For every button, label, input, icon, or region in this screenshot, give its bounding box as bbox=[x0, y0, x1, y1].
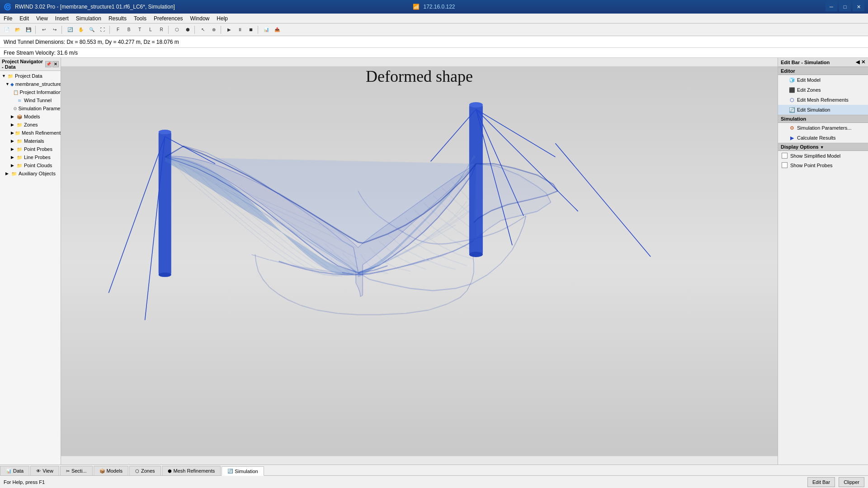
tb-solid[interactable]: ⬢ bbox=[183, 25, 193, 35]
tb-pan[interactable]: ✋ bbox=[76, 25, 86, 35]
menu-results[interactable]: Results bbox=[105, 14, 130, 23]
tb-top[interactable]: T bbox=[135, 25, 145, 35]
tree-zones[interactable]: ▶ 📁 Zones bbox=[0, 121, 61, 129]
tb-front[interactable]: F bbox=[113, 25, 123, 35]
tree-mesh[interactable]: ▶ 📁 Mesh Refinements bbox=[0, 129, 61, 137]
scene-svg bbox=[61, 58, 778, 465]
tb-fit[interactable]: ⛶ bbox=[98, 25, 108, 35]
show-simplified-model-item[interactable]: Show Simplified Model bbox=[778, 151, 868, 160]
tree-membrane[interactable]: ▼ ◆ membrane_structure1 bbox=[0, 80, 61, 88]
tree-project-info[interactable]: 📋 Project Information bbox=[0, 88, 61, 96]
tree-wind-tunnel[interactable]: ≋ Wind Tunnel bbox=[0, 96, 61, 104]
show-point-probes-item[interactable]: Show Point Probes bbox=[778, 160, 868, 170]
menu-tools[interactable]: Tools bbox=[130, 14, 150, 23]
tab-zones[interactable]: ⬡ Zones bbox=[129, 466, 161, 475]
tb-results[interactable]: 📊 bbox=[261, 25, 271, 35]
tree-line-probes[interactable]: ▶ 📁 Line Probes bbox=[0, 153, 61, 161]
window-controls: ─ □ ✕ bbox=[826, 2, 864, 11]
tree-project-data[interactable]: ▼ 📁 Project Data bbox=[0, 72, 61, 80]
menu-file[interactable]: File bbox=[0, 14, 16, 23]
tree-materials[interactable]: ▶ 📁 Materials bbox=[0, 137, 61, 145]
menu-simulation[interactable]: Simulation bbox=[72, 14, 105, 23]
label-auxiliary: Auxiliary Objects bbox=[19, 171, 56, 176]
clipper-button[interactable]: Clipper bbox=[839, 477, 864, 487]
icon-project-data: 📁 bbox=[7, 73, 14, 79]
label-zones: Zones bbox=[24, 122, 38, 127]
tb-sim2[interactable]: ⏸ bbox=[235, 25, 245, 35]
tb-export[interactable]: 📤 bbox=[272, 25, 282, 35]
panel-close[interactable]: ✕ bbox=[52, 61, 59, 67]
tb-redo[interactable]: ↪ bbox=[50, 25, 60, 35]
tb-sep-1 bbox=[35, 26, 37, 34]
label-wind-tunnel: Wind Tunnel bbox=[24, 98, 52, 103]
sim-params-icon: ⚙ bbox=[789, 125, 795, 131]
icon-models: 📦 bbox=[16, 113, 23, 120]
tab-view-icon: 👁 bbox=[36, 469, 41, 474]
tb-rotate[interactable]: 🔄 bbox=[65, 25, 75, 35]
arrow-line-probes: ▶ bbox=[11, 155, 15, 160]
menu-preferences[interactable]: Preferences bbox=[150, 14, 187, 23]
tab-simulation[interactable]: 🔄 Simulation bbox=[222, 466, 264, 476]
tb-back[interactable]: B bbox=[124, 25, 134, 35]
display-options-arrow: ▼ bbox=[820, 145, 824, 150]
tb-zoom[interactable]: 🔍 bbox=[87, 25, 97, 35]
edit-bar-button[interactable]: Edit Bar bbox=[807, 477, 835, 487]
tb-right[interactable]: R bbox=[156, 25, 166, 35]
tb-sep-3 bbox=[109, 26, 111, 34]
tab-mesh-refinements[interactable]: ⬢ Mesh Refinements bbox=[162, 466, 221, 475]
edit-mesh-item[interactable]: ⬡ Edit Mesh Refinements bbox=[778, 95, 868, 105]
menu-window[interactable]: Window bbox=[187, 14, 213, 23]
tb-undo[interactable]: ↩ bbox=[39, 25, 49, 35]
edit-zones-icon: ⬛ bbox=[789, 87, 795, 93]
svg-point-6 bbox=[469, 252, 483, 257]
edit-zones-item[interactable]: ⬛ Edit Zones bbox=[778, 85, 868, 95]
tb-sim1[interactable]: ▶ bbox=[224, 25, 234, 35]
maximize-button[interactable]: □ bbox=[839, 2, 851, 11]
tb-sep-7 bbox=[258, 26, 259, 34]
show-simplified-model-checkbox[interactable] bbox=[782, 153, 788, 159]
tree-models[interactable]: ▶ 📦 Models bbox=[0, 113, 61, 121]
svg-point-2 bbox=[159, 130, 171, 134]
viewport[interactable]: Deformed shape bbox=[61, 58, 778, 465]
edit-model-item[interactable]: 🧊 Edit Model bbox=[778, 75, 868, 85]
tb-new[interactable]: 📄 bbox=[2, 25, 12, 35]
edit-simulation-item[interactable]: 🔄 Edit Simulation bbox=[778, 105, 868, 115]
right-panel-close[interactable]: ✕ bbox=[861, 59, 865, 65]
tab-view[interactable]: 👁 View bbox=[30, 466, 59, 475]
menu-view[interactable]: View bbox=[33, 14, 52, 23]
right-panel-collapse[interactable]: ◀ bbox=[856, 59, 859, 65]
tab-models[interactable]: 📦 Models bbox=[94, 466, 128, 475]
tb-select[interactable]: ↖ bbox=[198, 25, 208, 35]
tb-sim3[interactable]: ⏹ bbox=[246, 25, 256, 35]
tab-data[interactable]: 📊 Data bbox=[0, 466, 29, 475]
sim-params-item[interactable]: ⚙ Simulation Parameters... bbox=[778, 123, 868, 133]
label-line-probes: Line Probes bbox=[24, 155, 51, 160]
left-panel: Project Navigator - Data 📌 ✕ ▼ 📁 Project… bbox=[0, 58, 61, 465]
menu-edit[interactable]: Edit bbox=[16, 14, 33, 23]
menu-insert[interactable]: Insert bbox=[52, 14, 72, 23]
show-point-probes-checkbox[interactable] bbox=[782, 162, 788, 168]
tb-move[interactable]: ⊕ bbox=[209, 25, 219, 35]
bottom-tabs: 📊 Data 👁 View ✂ Secti... 📦 Models ⬡ Zone… bbox=[0, 465, 868, 475]
status-bar: For Help, press F1 Edit Bar Clipper bbox=[0, 475, 868, 488]
panel-pin[interactable]: 📌 bbox=[45, 61, 52, 67]
tree-auxiliary[interactable]: ▶ 📁 Auxiliary Objects bbox=[0, 169, 61, 178]
title-bar: 🌀 RWIND 3.02 Pro - [membrane_structure1 … bbox=[0, 0, 868, 14]
calc-results-item[interactable]: ▶ Calculate Results bbox=[778, 133, 868, 143]
tree-point-clouds[interactable]: ▶ 📁 Point Clouds bbox=[0, 161, 61, 169]
tree-sim-params[interactable]: ⚙ Simulation Parameters bbox=[0, 104, 61, 113]
menu-bar: File Edit View Insert Simulation Results… bbox=[0, 14, 868, 23]
menu-help[interactable]: Help bbox=[213, 14, 231, 23]
arrow-zones: ▶ bbox=[11, 122, 15, 127]
icon-point-probes: 📁 bbox=[16, 146, 23, 152]
tb-wire[interactable]: ⬡ bbox=[172, 25, 182, 35]
tab-models-label: Models bbox=[107, 468, 123, 474]
tb-save[interactable]: 💾 bbox=[24, 25, 33, 35]
tb-open[interactable]: 📂 bbox=[13, 25, 23, 35]
close-button[interactable]: ✕ bbox=[853, 2, 864, 11]
tree-point-probes[interactable]: ▶ 📁 Point Probes bbox=[0, 145, 61, 153]
tab-section[interactable]: ✂ Secti... bbox=[60, 466, 93, 475]
minimize-button[interactable]: ─ bbox=[826, 2, 837, 11]
tb-left[interactable]: L bbox=[146, 25, 156, 35]
edit-model-icon: 🧊 bbox=[789, 77, 795, 83]
